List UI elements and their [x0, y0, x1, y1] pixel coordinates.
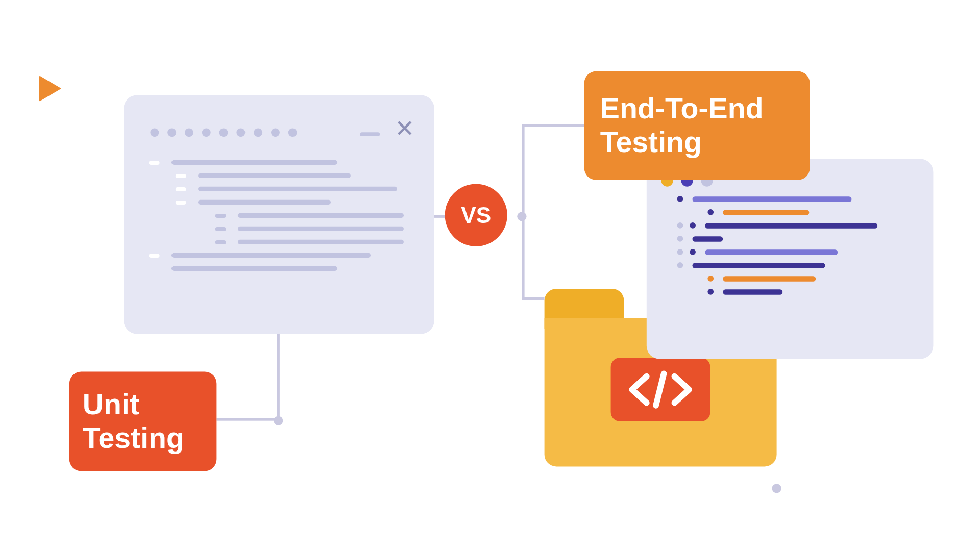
- vs-text: VS: [461, 202, 491, 228]
- connector-line: [522, 124, 587, 127]
- play-icon: [39, 75, 61, 102]
- connector-node: [772, 484, 781, 493]
- e2e-testing-text: End-To-End Testing: [600, 92, 794, 159]
- vs-badge: VS: [445, 184, 507, 246]
- diagram-canvas: ✕ Unit Testing VS End-To-End Testing: [7, 5, 973, 546]
- code-tag-icon: [611, 358, 710, 421]
- connector-line: [277, 334, 280, 420]
- svg-line-0: [656, 373, 664, 405]
- connector-line: [522, 297, 544, 300]
- window-dots-icon: [150, 128, 297, 137]
- close-icon: ✕: [395, 115, 414, 143]
- connector-line: [522, 124, 524, 300]
- unit-testing-label: Unit Testing: [69, 372, 217, 471]
- minimize-icon: [360, 132, 380, 136]
- code-window-left: ✕: [124, 95, 434, 334]
- connector-line: [216, 418, 280, 421]
- code-lines: [677, 196, 914, 302]
- code-lines: [149, 160, 414, 280]
- unit-testing-text: Unit Testing: [83, 388, 184, 455]
- e2e-testing-label: End-To-End Testing: [584, 71, 810, 180]
- connector-node: [274, 416, 283, 425]
- code-window-right: [647, 159, 934, 359]
